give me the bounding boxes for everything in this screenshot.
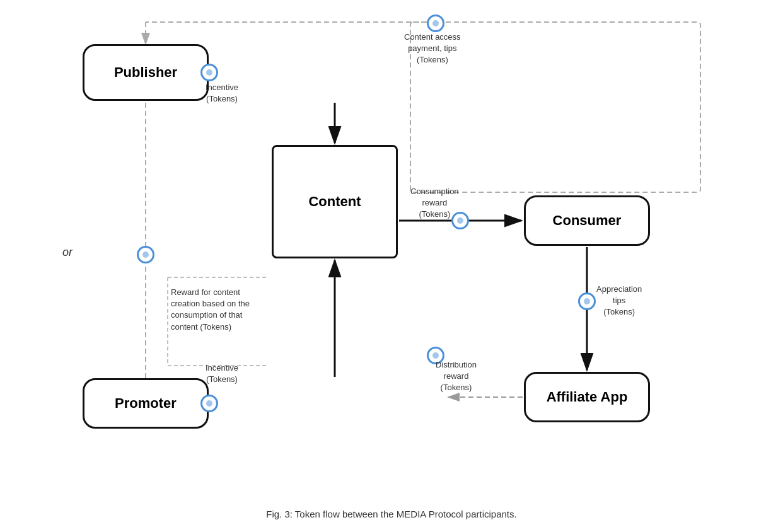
publisher-node: Publisher — [83, 44, 209, 101]
label-consumption-reward: Consumptionreward(Tokens) — [410, 186, 459, 221]
promoter-node: Promoter — [83, 378, 209, 429]
label-incentive-promoter: Incentive(Tokens) — [206, 362, 238, 385]
affiliate-label: Affiliate App — [547, 389, 628, 405]
label-reward-creation: Reward for contentcreation based on thec… — [171, 287, 250, 333]
token-left-reward — [137, 246, 154, 263]
consumer-label: Consumer — [553, 212, 622, 229]
token-top-center — [427, 14, 444, 32]
content-node: Content — [272, 145, 398, 258]
token-appreciation — [578, 292, 596, 310]
promoter-label: Promoter — [115, 395, 177, 412]
publisher-label: Publisher — [114, 64, 177, 81]
consumer-node: Consumer — [524, 195, 650, 246]
content-label: Content — [308, 194, 361, 210]
label-appreciation-tips: Appreciationtips(Tokens) — [596, 284, 642, 318]
affiliate-node: Affiliate App — [524, 372, 650, 422]
token-publisher-right — [200, 64, 218, 81]
label-content-access: Content accesspayment, tips(Tokens) — [404, 32, 461, 66]
token-promoter-right — [200, 395, 218, 412]
caption: Fig. 3: Token flow between the MEDIA Pro… — [0, 509, 783, 519]
label-distribution-reward: Distributionreward(Tokens) — [436, 359, 477, 394]
or-label: or — [62, 246, 72, 259]
label-incentive-publisher: Incentive(Tokens) — [206, 82, 238, 105]
